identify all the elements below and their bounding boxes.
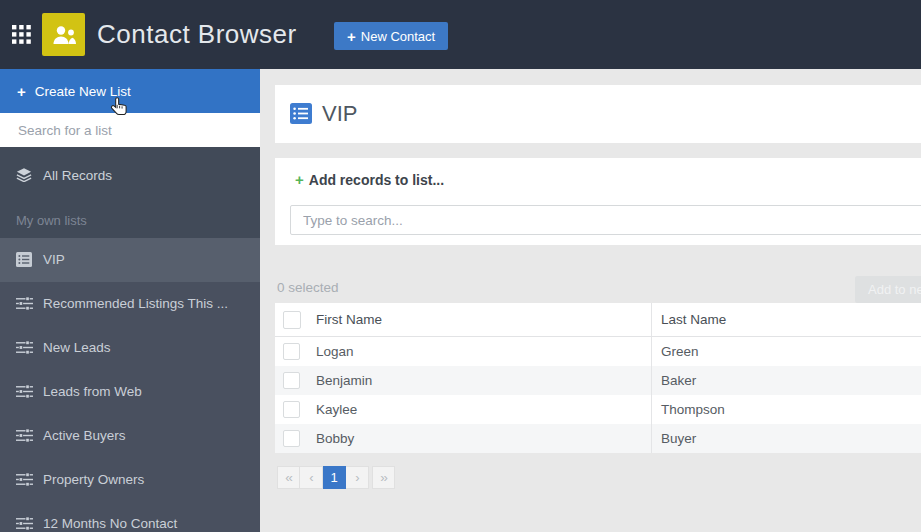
row-checkbox[interactable]: [283, 430, 300, 447]
list-icon: [16, 252, 32, 267]
first-name-cell: Kaylee: [316, 402, 357, 417]
pagination: ‹‹ ‹ 1 › ››: [277, 466, 395, 489]
pagination-first-button[interactable]: ‹‹: [277, 466, 300, 489]
column-header: First Name: [316, 312, 382, 327]
sidebar-item-label: 12 Months No Contact: [43, 502, 177, 532]
row-checkbox[interactable]: [283, 401, 300, 418]
pagination-prev-button[interactable]: ‹: [300, 466, 323, 489]
sidebar-item-vip[interactable]: VIP: [0, 238, 260, 282]
sidebar-item-recommended-listings[interactable]: Recommended Listings This ...: [0, 282, 260, 326]
sliders-icon: [16, 296, 33, 311]
plus-icon: +: [295, 171, 304, 188]
sidebar-item-new-leads[interactable]: New Leads: [0, 326, 260, 370]
sidebar-item-leads-from-web[interactable]: Leads from Web: [0, 370, 260, 414]
pagination-page-1[interactable]: 1: [323, 466, 346, 489]
first-name-cell: Benjamin: [316, 373, 372, 388]
sliders-icon: [16, 516, 33, 531]
first-name-cell: Logan: [316, 344, 354, 359]
last-name-cell: Baker: [661, 373, 696, 388]
sliders-icon: [16, 472, 33, 487]
contact-browser-app: Contact Browser + New Contact + Create N…: [0, 0, 921, 532]
add-records-toggle[interactable]: +Add records to list...: [295, 171, 444, 188]
add-records-label: Add records to list...: [309, 172, 444, 188]
selected-count: 0 selected: [277, 280, 339, 295]
all-records-section: All Records My own lists: [0, 147, 260, 238]
last-name-header-cell: Last Name: [651, 303, 921, 336]
sidebar-item-label: New Leads: [43, 326, 111, 370]
row-checkbox[interactable]: [283, 372, 300, 389]
column-header: Last Name: [661, 312, 726, 327]
list-icon: [290, 103, 312, 124]
sliders-icon: [16, 428, 33, 443]
create-new-list-button[interactable]: + Create New List: [0, 69, 260, 113]
top-header-bar: Contact Browser + New Contact: [0, 0, 921, 69]
mouse-pointer-cursor: [110, 96, 131, 118]
sidebar-item-all-records[interactable]: All Records: [0, 159, 260, 191]
last-name-cell: Thompson: [661, 402, 725, 417]
sidebar-item-label: Active Buyers: [43, 414, 126, 458]
new-contact-button[interactable]: + New Contact: [334, 22, 448, 50]
sidebar-item-label: Leads from Web: [43, 370, 142, 414]
last-name-cell: Green: [661, 344, 699, 359]
sidebar-item-12-months-no-contact[interactable]: 12 Months No Contact: [0, 502, 260, 532]
last-name-cell: Buyer: [661, 431, 696, 446]
sidebar-item-label: Property Owners: [43, 458, 144, 502]
first-name-header-cell: First Name: [275, 303, 651, 336]
sliders-icon: [16, 340, 33, 355]
sliders-icon: [16, 384, 33, 399]
table-row[interactable]: Benjamin Baker: [275, 366, 921, 395]
people-icon: [51, 24, 77, 46]
layers-icon: [16, 167, 32, 182]
add-records-card: +Add records to list...: [275, 158, 921, 245]
contacts-app-icon[interactable]: [42, 13, 85, 56]
sidebar-item-property-owners[interactable]: Property Owners: [0, 458, 260, 502]
plus-icon: +: [17, 83, 26, 100]
all-records-label: All Records: [43, 168, 112, 183]
first-name-cell: Bobby: [316, 431, 354, 446]
records-table: First Name Last Name Logan Green Ben: [275, 303, 921, 453]
sidebar-item-label: VIP: [43, 238, 65, 282]
sidebar-item-active-buyers[interactable]: Active Buyers: [0, 414, 260, 458]
add-to-list-button[interactable]: Add to ne: [855, 276, 921, 303]
table-row[interactable]: Bobby Buyer: [275, 424, 921, 453]
pagination-next-button[interactable]: ›: [346, 466, 369, 489]
list-title-card: VIP: [275, 85, 921, 143]
lists-sidebar: + Create New List All Records My own lis…: [0, 69, 260, 532]
main-content: VIP +Add records to list... 0 selected A…: [260, 69, 921, 532]
table-row[interactable]: Kaylee Thompson: [275, 395, 921, 424]
my-own-lists: VIP Recommended Listings This ...: [0, 238, 260, 532]
page-title: Contact Browser: [97, 0, 297, 69]
my-own-lists-label: My own lists: [16, 213, 87, 228]
table-row[interactable]: Logan Green: [275, 337, 921, 366]
table-header-row: First Name Last Name: [275, 303, 921, 337]
record-search-input[interactable]: [290, 205, 921, 235]
plus-icon: +: [347, 28, 356, 45]
search-list-input[interactable]: [0, 113, 260, 147]
app-grid-icon[interactable]: [12, 25, 31, 44]
select-all-checkbox[interactable]: [283, 311, 301, 329]
new-contact-label: New Contact: [361, 29, 435, 44]
list-title: VIP: [322, 85, 357, 143]
sidebar-item-label: Recommended Listings This ...: [43, 282, 228, 326]
row-checkbox[interactable]: [283, 343, 300, 360]
pagination-last-button[interactable]: ››: [372, 466, 395, 489]
